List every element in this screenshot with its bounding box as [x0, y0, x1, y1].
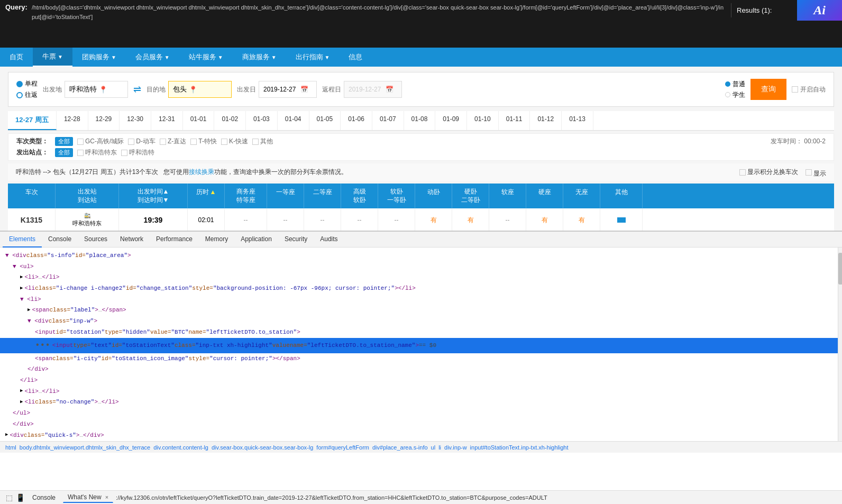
breadcrumb-item-8[interactable]: div.inp-w [444, 444, 467, 451]
auto-checkbox[interactable] [792, 86, 798, 93]
display2-checkbox[interactable] [806, 169, 812, 176]
nav-tickets[interactable]: 牛票 ▼ [33, 48, 72, 67]
tree-line-5[interactable]: ▶<span class="label">…</span> [0, 305, 838, 316]
other-checkbox[interactable] [252, 139, 259, 145]
one-way-radio[interactable]: 单程 [16, 79, 38, 88]
tree-line-2[interactable]: ▶<li>…</li> [0, 272, 838, 283]
tree-line-16[interactable]: ▶<div class="quick-s">…</div> [0, 430, 838, 441]
tree-line-7[interactable]: <input id="toStation" type="hidden" valu… [0, 327, 838, 338]
tree-line-11[interactable]: </li> [0, 375, 838, 386]
date-tab-3[interactable]: 12-30 [120, 111, 151, 130]
tree-line-10[interactable]: </div> [0, 364, 838, 375]
date-tab-1[interactable]: 12-28 [57, 111, 88, 130]
breadcrumb-item-7[interactable]: li [438, 444, 441, 451]
other-filter[interactable]: 其他 [252, 137, 273, 146]
th-time[interactable]: 出发时间▲到达时间▼ [119, 184, 188, 208]
tab-performance[interactable]: Performance [150, 232, 199, 248]
tree-line-0[interactable]: ▼ <div class="s-info" id="place_area"> [0, 250, 838, 261]
search-button[interactable]: 查询 [751, 79, 786, 100]
d-filter[interactable]: D-动车 [128, 137, 155, 146]
nav-business[interactable]: 商旅服务 ▼ [233, 48, 286, 67]
tab-memory[interactable]: Memory [199, 232, 234, 248]
date-tab-9[interactable]: 01-05 [309, 111, 341, 130]
date-tab-13[interactable]: 01-09 [435, 111, 467, 130]
display-checkbox-wrap[interactable]: 显示积分兑换车次 [739, 168, 798, 177]
date-tab-0[interactable]: 12-27 周五 [8, 111, 57, 130]
tree-line-6[interactable]: ▼ <div class="inp-w"> [0, 316, 838, 327]
station2-checkbox[interactable] [121, 150, 127, 156]
breadcrumb-item-4[interactable]: form#queryLeftForm [316, 444, 369, 451]
tree-line-8[interactable]: •••<input type="text" id="toStationText"… [0, 338, 838, 353]
tree-line-14[interactable]: </ul> [0, 408, 838, 419]
scrollbar-thumb[interactable] [838, 253, 842, 285]
swap-icon[interactable]: ⇌ [133, 84, 141, 95]
tree-line-1[interactable]: ▼ <ul> [0, 261, 838, 272]
device-icon[interactable]: 📱 [15, 493, 25, 502]
tree-line-13[interactable]: ▶<li class="no-change">…</li> [0, 397, 838, 408]
date-tab-15[interactable]: 01-11 [499, 111, 530, 130]
nav-member[interactable]: 会员服务 ▼ [126, 48, 179, 67]
d-checkbox[interactable] [128, 139, 134, 145]
depart-calendar-icon[interactable]: 📅 [300, 86, 308, 93]
tab-network[interactable]: Network [114, 232, 150, 248]
all-tag[interactable]: 全部 [55, 137, 73, 146]
z-checkbox[interactable] [160, 139, 166, 145]
tree-line-9[interactable]: <span class="i-city" id="toStation_icon_… [0, 353, 838, 364]
date-tab-12[interactable]: 01-08 [404, 111, 436, 130]
tree-line-3[interactable]: ▶<li class="i-change i-change2" id="chan… [0, 283, 838, 294]
date-tab-6[interactable]: 01-02 [214, 111, 246, 130]
breadcrumb-item-6[interactable]: ul [431, 444, 436, 451]
tab-security[interactable]: Security [278, 232, 314, 248]
student-ticket-radio[interactable]: 学生 [725, 90, 745, 99]
nav-home[interactable]: 自页 [0, 48, 33, 67]
date-tab-14[interactable]: 01-10 [467, 111, 499, 130]
date-tab-16[interactable]: 01-12 [530, 111, 562, 130]
station-all-tag[interactable]: 全部 [55, 148, 73, 157]
console-tab-item[interactable]: Console [28, 492, 60, 503]
date-tab-2[interactable]: 12-29 [88, 111, 120, 130]
t-filter[interactable]: T-特快 [190, 137, 217, 146]
nav-guide[interactable]: 出行指南 ▼ [286, 48, 340, 67]
display2-checkbox-wrap[interactable]: 显示 [806, 170, 826, 177]
tree-line-12[interactable]: ▶<li>…</li> [0, 386, 838, 397]
date-tab-8[interactable]: 01-04 [278, 111, 309, 130]
station2-filter[interactable]: 呼和浩特 [121, 148, 154, 157]
date-tab-10[interactable]: 01-06 [341, 111, 372, 130]
tree-line-4[interactable]: ▼ <li> [0, 294, 838, 305]
tree-line-15[interactable]: </div> [0, 419, 838, 430]
nav-group[interactable]: 团购服务 ▼ [72, 48, 126, 67]
date-tab-5[interactable]: 01-01 [183, 111, 215, 130]
breadcrumb-item-5[interactable]: div#place_area.s-info [372, 444, 428, 451]
station1-filter[interactable]: 呼和浩特东 [77, 148, 117, 157]
date-tab-7[interactable]: 01-03 [246, 111, 278, 130]
return-calendar-icon[interactable]: 📅 [386, 86, 393, 93]
breadcrumb-item-2[interactable]: div.content.content-lg [153, 444, 208, 451]
nav-station[interactable]: 站牛服务 ▼ [179, 48, 233, 67]
k-checkbox[interactable] [221, 139, 227, 145]
breadcrumb-item-9[interactable]: input#toStationText.inp-txt.xh-highlight [470, 444, 569, 451]
tab-console[interactable]: Console [42, 232, 78, 248]
depart-date-input[interactable]: 2019-12-27 📅 [259, 81, 317, 98]
dest-location-icon[interactable]: 📍 [189, 86, 197, 94]
gc-checkbox[interactable] [77, 139, 84, 145]
tab-sources[interactable]: Sources [78, 232, 114, 248]
tab-audits[interactable]: Audits [314, 232, 344, 248]
scrollbar-track[interactable] [838, 248, 842, 441]
gc-filter[interactable]: GC-高铁/城际 [77, 137, 124, 146]
date-tab-17[interactable]: 01-13 [562, 111, 593, 130]
whatsnew-tab-item[interactable]: What's New × [63, 492, 113, 503]
breadcrumb-item-0[interactable]: html [5, 444, 16, 451]
tab-elements[interactable]: Elements [3, 232, 42, 248]
transfer-link[interactable]: 接续换乘 [189, 168, 214, 176]
auto-check[interactable]: 开启自动 [792, 85, 826, 94]
book-button[interactable] [617, 217, 626, 223]
k-filter[interactable]: K-快速 [221, 137, 248, 146]
tab-application[interactable]: Application [234, 232, 278, 248]
date-tab-4[interactable]: 12-31 [151, 111, 183, 130]
t-checkbox[interactable] [190, 139, 197, 145]
whatsnew-close-icon[interactable]: × [105, 494, 108, 500]
display-checkbox[interactable] [739, 169, 746, 176]
breadcrumb-item-1[interactable]: body.dhtmlx_winviewport.dhtmlx_skin_dhx_… [20, 444, 150, 451]
normal-ticket-radio[interactable]: 普通 [725, 80, 745, 89]
elements-tree[interactable]: ▼ <div class="s-info" id="place_area">▼ … [0, 248, 838, 441]
